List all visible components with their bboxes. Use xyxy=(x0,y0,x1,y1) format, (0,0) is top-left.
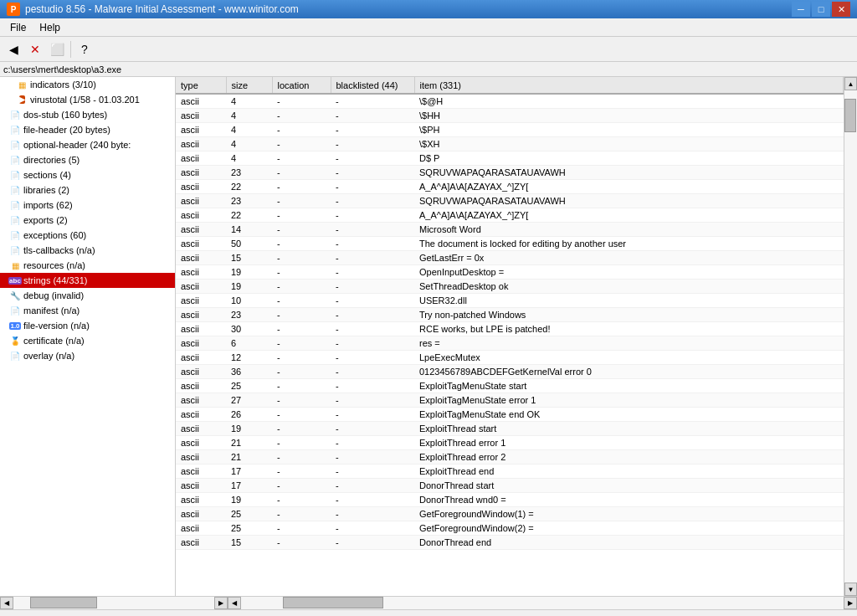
table-row[interactable]: ascii26--ExploitTagMenuState end OK xyxy=(176,407,844,421)
table-row[interactable]: ascii4--D$ P xyxy=(176,151,844,165)
table-row[interactable]: ascii23--SQRUVWAPAQARASATAUAVAWH xyxy=(176,193,844,208)
cell-blacklisted: - xyxy=(331,492,414,506)
menu-help[interactable]: Help xyxy=(33,20,67,35)
scroll-h-thumb-2[interactable] xyxy=(283,597,383,608)
cell-location: - xyxy=(272,336,331,350)
toolbar-close-button[interactable]: ✕ xyxy=(25,39,45,59)
cell-location: - xyxy=(272,407,331,421)
table-row[interactable]: ascii23--SQRUVWAPAQARASATAUAVAWH xyxy=(176,165,844,179)
table-row[interactable]: ascii14--Microsoft Word xyxy=(176,222,844,236)
toolbar-open-button[interactable]: ⬜ xyxy=(47,39,67,59)
close-button[interactable]: ✕ xyxy=(832,2,850,17)
toolbar-help-button[interactable]: ? xyxy=(74,39,95,59)
sidebar-item-resources[interactable]: ▦ resources (n/a) xyxy=(0,258,175,273)
scroll-h-track[interactable] xyxy=(13,597,214,609)
scroll-up-button[interactable]: ▲ xyxy=(844,77,857,90)
table-row[interactable]: ascii25--GetForegroundWindow(2) = xyxy=(176,521,844,535)
scroll-down-button[interactable]: ▼ xyxy=(844,583,857,596)
sidebar-item-libraries[interactable]: 📄 libraries (2) xyxy=(0,182,175,198)
sidebar-item-dos-stub[interactable]: 📄 dos-stub (160 bytes) xyxy=(0,107,175,122)
table-row[interactable]: ascii15--GetLastErr = 0x xyxy=(176,250,844,264)
sidebar-item-exports[interactable]: 📄 exports (2) xyxy=(0,213,175,228)
sidebar-item-overlay[interactable]: 📄 overlay (n/a) xyxy=(0,348,175,363)
sidebar-item-certificate[interactable]: 🏅 certificate (n/a) xyxy=(0,333,175,348)
table-row[interactable]: ascii25--GetForegroundWindow(1) = xyxy=(176,506,844,521)
table-row[interactable]: ascii4--\$HH xyxy=(176,108,844,122)
cell-size: 21 xyxy=(226,435,272,449)
table-row[interactable]: ascii23--Try non-patched Windows xyxy=(176,307,844,321)
scroll-thumb[interactable] xyxy=(844,99,856,132)
sidebar-item-debug[interactable]: 🔧 debug (invalid) xyxy=(0,288,175,303)
scroll-h-track-2[interactable] xyxy=(241,597,844,609)
table-row[interactable]: ascii27--ExploitTagMenuState error 1 xyxy=(176,393,844,407)
col-header-location[interactable]: location xyxy=(272,77,331,94)
directories-icon: 📄 xyxy=(8,153,22,167)
cell-item: OpenInputDesktop = xyxy=(414,264,844,279)
cell-location: - xyxy=(272,279,331,293)
scroll-right-sidebar[interactable]: ▶ xyxy=(214,597,228,609)
table-row[interactable]: ascii22--A_A^A]A\A[AZAYAX_^]ZY[ xyxy=(176,179,844,193)
col-header-item[interactable]: item (331) xyxy=(414,77,844,94)
maximize-button[interactable]: □ xyxy=(812,2,830,17)
table-row[interactable]: ascii17--DonorThread start xyxy=(176,478,844,492)
sidebar-item-file-version[interactable]: 1.0 file-version (n/a) xyxy=(0,318,175,333)
table-row[interactable]: ascii19--ExploitThread start xyxy=(176,421,844,435)
cell-type: ascii xyxy=(176,535,226,549)
table-row[interactable]: ascii19--SetThreadDesktop ok xyxy=(176,279,844,293)
sidebar-item-indicators[interactable]: ▦ indicators (3/10) xyxy=(0,77,175,92)
table-row[interactable]: ascii36--0123456789ABCDEFGetKernelVal er… xyxy=(176,364,844,378)
scroll-track[interactable] xyxy=(844,90,857,583)
scroll-left-button[interactable]: ◀ xyxy=(0,597,13,609)
table-row[interactable]: ascii6--res = xyxy=(176,336,844,350)
main-layout: ▦ indicators (3/10) ▶ virustotal (1/58 -… xyxy=(0,77,857,596)
sidebar-item-virustotal[interactable]: ▶ virustotal (1/58 - 01.03.201 xyxy=(0,92,175,107)
table-row[interactable]: ascii30--RCE works, but LPE is patched! xyxy=(176,321,844,336)
col-header-type[interactable]: type xyxy=(176,77,226,94)
scroll-right-content[interactable]: ▶ xyxy=(844,597,857,609)
table-row[interactable]: ascii15--DonorThread end xyxy=(176,535,844,549)
cell-type: ascii xyxy=(176,464,226,478)
vertical-scrollbar[interactable]: ▲ ▼ xyxy=(844,77,857,596)
sidebar-item-tls-callbacks[interactable]: 📄 tls-callbacks (n/a) xyxy=(0,243,175,258)
cell-blacklisted: - xyxy=(331,136,414,151)
cell-size: 17 xyxy=(226,464,272,478)
cell-location: - xyxy=(272,521,331,535)
col-header-blacklisted[interactable]: blacklisted (44) xyxy=(331,77,414,94)
col-header-size[interactable]: size xyxy=(226,77,272,94)
table-row[interactable]: ascii19--OpenInputDesktop = xyxy=(176,264,844,279)
data-table[interactable]: type size location blacklisted (44) item… xyxy=(176,77,844,596)
table-row[interactable]: ascii19--DonorThread wnd0 = xyxy=(176,492,844,506)
sidebar-item-imports[interactable]: 📄 imports (62) xyxy=(0,198,175,213)
table-row[interactable]: ascii10--USER32.dll xyxy=(176,293,844,307)
table-row[interactable]: ascii21--ExploitThread error 1 xyxy=(176,435,844,449)
table-row[interactable]: ascii17--ExploitThread end xyxy=(176,464,844,478)
cell-blacklisted: - xyxy=(331,264,414,279)
table-row[interactable]: ascii12--LpeExecMutex xyxy=(176,350,844,364)
sidebar-item-sections[interactable]: 📄 sections (4) xyxy=(0,167,175,182)
table-row[interactable]: ascii25--ExploitTagMenuState start xyxy=(176,378,844,393)
cell-location: - xyxy=(272,321,331,336)
menu-file[interactable]: File xyxy=(3,20,33,35)
cell-item: SetThreadDesktop ok xyxy=(414,279,844,293)
sidebar-item-optional-header[interactable]: 📄 optional-header (240 byte: xyxy=(0,137,175,152)
table-row[interactable]: ascii21--ExploitThread error 2 xyxy=(176,449,844,464)
scroll-h-thumb[interactable] xyxy=(30,597,97,608)
toolbar-back-button[interactable]: ◀ xyxy=(3,39,23,59)
table-row[interactable]: ascii50--The document is locked for edit… xyxy=(176,236,844,250)
sidebar-item-manifest[interactable]: 📄 manifest (n/a) xyxy=(0,303,175,318)
sidebar-item-directories[interactable]: 📄 directories (5) xyxy=(0,152,175,167)
table-row[interactable]: ascii4--\$PH xyxy=(176,122,844,136)
sidebar-item-strings[interactable]: abc strings (44/331) xyxy=(0,273,175,288)
cell-type: ascii xyxy=(176,492,226,506)
sidebar-item-exceptions[interactable]: 📄 exceptions (60) xyxy=(0,228,175,243)
manifest-icon: 📄 xyxy=(8,304,22,317)
sidebar-item-file-header[interactable]: 📄 file-header (20 bytes) xyxy=(0,122,175,137)
minimize-button[interactable]: ─ xyxy=(792,2,810,17)
table-row[interactable]: ascii4--\$XH xyxy=(176,136,844,151)
scroll-left-content[interactable]: ◀ xyxy=(228,597,241,609)
table-row[interactable]: ascii22--A_A^A]A\A[AZAYAX_^]ZY[ xyxy=(176,208,844,222)
cell-location: - xyxy=(272,293,331,307)
horizontal-scrollbar[interactable]: ◀ ▶ ◀ ▶ xyxy=(0,596,857,609)
table-row[interactable]: ascii4--\$@H xyxy=(176,94,844,108)
cell-item: \$PH xyxy=(414,122,844,136)
